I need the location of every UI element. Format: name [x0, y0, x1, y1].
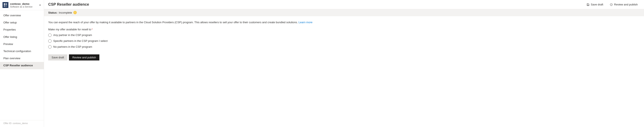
save-draft-button[interactable]: Save draft [48, 54, 67, 60]
sidebar-footer: Offer ID: contoso_demo [0, 120, 44, 127]
top-bar: CSP Reseller audience Save draft Review … [44, 0, 644, 9]
svg-point-6 [610, 3, 612, 6]
svg-rect-5 [588, 3, 588, 4]
collapse-button[interactable]: ≡ [39, 3, 41, 7]
save-draft-top-button[interactable]: Save draft [584, 2, 605, 7]
sidebar-nav: Offer overview Offer setup Properties Of… [0, 10, 44, 120]
radio-no-partners-input[interactable] [48, 45, 52, 49]
action-buttons: Save draft Review and publish [48, 54, 640, 60]
sidebar-header: contoso_demo Software as a Service ≡ [0, 0, 44, 10]
radio-specific-partners-label: Specific partners in the CSP program I s… [53, 39, 108, 42]
main-content: CSP Reseller audience Save draft Review … [44, 0, 644, 127]
sidebar-item-plan-overview[interactable]: Plan overview [0, 55, 44, 62]
radio-any-partner[interactable]: Any partner in the CSP program [48, 33, 640, 37]
publish-icon [610, 3, 613, 6]
svg-rect-4 [588, 5, 589, 6]
radio-no-partners[interactable]: No partners in the CSP program [48, 45, 640, 49]
svg-rect-3 [6, 5, 7, 7]
sidebar-item-offer-setup[interactable]: Offer setup [0, 19, 44, 26]
status-value: Incomplete [59, 11, 72, 14]
save-draft-top-label: Save draft [591, 3, 603, 6]
sidebar-item-csp-reseller-audience[interactable]: CSP Reseller audience [0, 62, 44, 69]
top-bar-actions: Save draft Review and publish [584, 2, 640, 7]
sidebar: contoso_demo Software as a Service ≡ Off… [0, 0, 44, 127]
sidebar-item-preview[interactable]: Preview [0, 41, 44, 48]
review-publish-top-button[interactable]: Review and publish [608, 2, 640, 7]
sidebar-item-offer-listing[interactable]: Offer listing [0, 33, 44, 41]
save-icon [586, 3, 590, 6]
description-text: You can expand the reach of your offer b… [48, 20, 640, 24]
status-incomplete-icon: ! [73, 11, 77, 14]
page-title: CSP Reseller audience [48, 2, 89, 7]
svg-rect-1 [6, 3, 7, 5]
content-area: You can expand the reach of your offer b… [44, 16, 644, 127]
app-name: contoso_demo [10, 2, 37, 5]
sidebar-item-properties[interactable]: Properties [0, 26, 44, 33]
radio-any-partner-input[interactable] [48, 33, 52, 37]
learn-more-link[interactable]: Learn more [298, 21, 312, 24]
radio-group: Any partner in the CSP program Specific … [48, 33, 640, 49]
app-subtitle: Software as a Service [10, 5, 37, 8]
review-publish-button[interactable]: Review and publish [69, 54, 99, 60]
radio-specific-partners-input[interactable] [48, 39, 52, 43]
field-label: Make my offer available for resell to* [48, 28, 640, 31]
sidebar-item-offer-overview[interactable]: Offer overview [0, 12, 44, 19]
status-label: Status: [48, 11, 58, 14]
app-info: contoso_demo Software as a Service [10, 2, 37, 8]
sidebar-item-technical-configuration[interactable]: Technical configuration [0, 48, 44, 55]
offer-id: Offer ID: contoso_demo [3, 122, 40, 125]
radio-any-partner-label: Any partner in the CSP program [53, 33, 92, 37]
review-publish-top-label: Review and publish [614, 3, 638, 6]
svg-rect-0 [4, 3, 5, 5]
radio-specific-partners[interactable]: Specific partners in the CSP program I s… [48, 39, 640, 43]
required-marker: * [92, 28, 93, 31]
app-logo [2, 2, 8, 8]
svg-rect-2 [4, 5, 5, 7]
status-bar: Status: Incomplete ! [44, 9, 644, 16]
radio-no-partners-label: No partners in the CSP program [53, 45, 92, 48]
